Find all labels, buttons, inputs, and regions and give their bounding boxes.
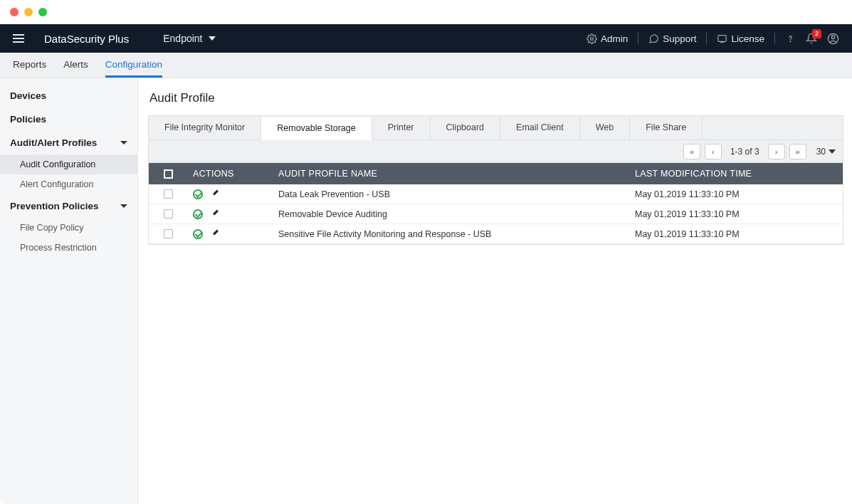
tab-email-client[interactable]: Email Client (500, 116, 580, 140)
menu-icon[interactable] (13, 34, 24, 43)
module-label: Endpoint (163, 33, 202, 44)
tab-alerts[interactable]: Alerts (63, 53, 88, 78)
sidebar-item-devices[interactable]: Devices (0, 84, 137, 107)
separator (638, 33, 638, 44)
page-first-button[interactable]: « (683, 144, 700, 159)
gear-icon (587, 33, 597, 44)
notifications-button[interactable]: 2 (806, 33, 817, 44)
panel-tabs: File Integrity Monitor Removable Storage… (149, 116, 843, 140)
sidebar: Devices Policies Audit/Alert Profiles Au… (0, 78, 138, 504)
sidebar-sub-file-copy[interactable]: File Copy Policy (0, 218, 137, 238)
page-size-selector[interactable]: 30 (816, 147, 836, 157)
separator (774, 33, 775, 44)
svg-rect-1 (718, 35, 726, 41)
brand-title: DataSecurity Plus (44, 33, 129, 45)
row-checkbox[interactable] (164, 209, 173, 219)
user-menu[interactable] (827, 33, 839, 45)
modified-time: May 01,2019 11:33:10 PM (629, 189, 843, 199)
license-link[interactable]: License (717, 33, 764, 44)
page-next-button[interactable]: › (768, 144, 785, 159)
notifications-badge: 2 (812, 29, 821, 38)
chat-icon (648, 33, 659, 44)
status-ok-icon (193, 209, 203, 219)
status-ok-icon (193, 189, 203, 199)
window-titlebar (0, 0, 852, 24)
edit-icon[interactable] (211, 210, 220, 219)
sidebar-item-prevention[interactable]: Prevention Policies (0, 194, 137, 218)
col-name: AUDIT PROFILE NAME (273, 169, 629, 179)
table-toolbar: « ‹ 1-3 of 3 › » 30 (149, 140, 843, 163)
tab-printer[interactable]: Printer (372, 116, 431, 140)
profile-name[interactable]: Removable Device Auditing (273, 209, 629, 219)
page-range: 1-3 of 3 (730, 147, 759, 157)
page-last-button[interactable]: » (789, 144, 806, 159)
minimize-window-dot[interactable] (24, 8, 33, 16)
tab-web[interactable]: Web (580, 116, 630, 140)
module-selector[interactable]: Endpoint (163, 33, 215, 44)
col-actions: ACTIONS (187, 169, 273, 179)
sub-nav: Reports Alerts Configuration (0, 53, 852, 78)
page-title: Audit Profile (149, 91, 843, 105)
table-row: Sensitive File Activity Monitoring and R… (149, 224, 843, 244)
tab-clipboard[interactable]: Clipboard (431, 116, 501, 140)
modified-time: May 01,2019 11:33:10 PM (629, 209, 843, 219)
license-icon (717, 33, 727, 44)
svg-point-0 (591, 37, 594, 40)
table-header: ACTIONS AUDIT PROFILE NAME LAST MODIFICA… (149, 163, 843, 184)
support-link[interactable]: Support (648, 33, 696, 44)
topbar: DataSecurity Plus Endpoint Admin Support… (0, 24, 852, 53)
page-prev-button[interactable]: ‹ (705, 144, 722, 159)
sidebar-item-policies[interactable]: Policies (0, 107, 137, 131)
maximize-window-dot[interactable] (38, 8, 47, 16)
admin-link[interactable]: Admin (587, 33, 628, 44)
row-checkbox[interactable] (164, 229, 173, 238)
chevron-down-icon (120, 204, 127, 208)
topbar-right: Admin Support License 2 (587, 33, 839, 45)
modified-time: May 01,2019 11:33:10 PM (629, 229, 843, 239)
help-link[interactable] (785, 33, 796, 44)
tab-file-share[interactable]: File Share (630, 116, 703, 140)
tab-reports[interactable]: Reports (13, 53, 46, 78)
table-row: Data Leak Prevention - USB May 01,2019 1… (149, 184, 843, 204)
sidebar-item-audit-alert[interactable]: Audit/Alert Profiles (0, 131, 137, 154)
table-row: Removable Device Auditing May 01,2019 11… (149, 204, 843, 224)
sidebar-sub-audit-config[interactable]: Audit Configuration (0, 154, 137, 174)
sidebar-sub-alert-config[interactable]: Alert Configuration (0, 174, 137, 194)
help-icon (785, 33, 796, 44)
close-window-dot[interactable] (10, 8, 19, 16)
profile-name[interactable]: Data Leak Prevention - USB (273, 189, 629, 199)
edit-icon[interactable] (211, 190, 220, 199)
caret-down-icon (829, 149, 836, 154)
select-all-checkbox[interactable] (164, 169, 173, 179)
main-content: Audit Profile File Integrity Monitor Rem… (138, 78, 852, 504)
tab-configuration[interactable]: Configuration (105, 53, 162, 78)
tab-file-integrity[interactable]: File Integrity Monitor (149, 116, 261, 140)
audit-panel: File Integrity Monitor Removable Storage… (148, 115, 843, 245)
chevron-down-icon (120, 141, 127, 145)
tab-removable-storage[interactable]: Removable Storage (261, 117, 372, 140)
col-modified: LAST MODIFICATION TIME (629, 169, 843, 179)
user-icon (827, 33, 839, 45)
status-ok-icon (193, 229, 203, 239)
separator (706, 33, 707, 44)
edit-icon[interactable] (211, 230, 220, 238)
sidebar-sub-process-restriction[interactable]: Process Restriction (0, 238, 137, 258)
caret-down-icon (209, 36, 216, 41)
svg-point-2 (790, 41, 791, 41)
svg-point-4 (831, 36, 834, 38)
profile-name[interactable]: Sensitive File Activity Monitoring and R… (273, 229, 629, 239)
row-checkbox[interactable] (164, 189, 173, 199)
